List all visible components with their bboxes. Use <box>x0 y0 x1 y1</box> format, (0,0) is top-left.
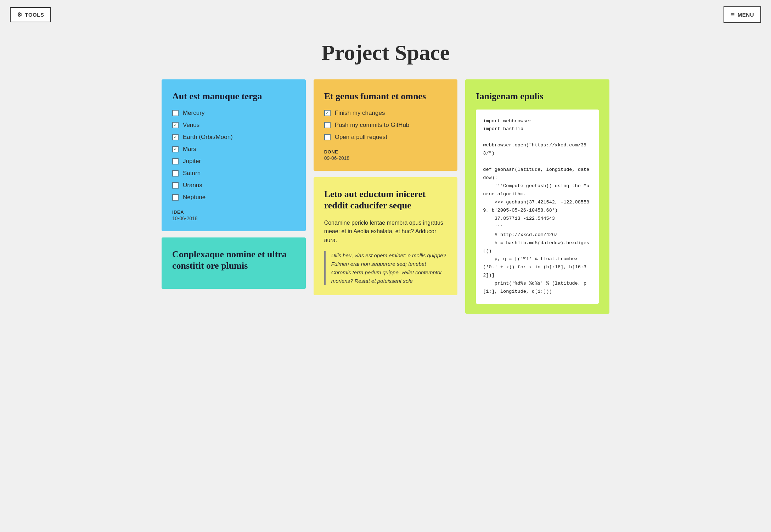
checkbox-pr[interactable] <box>324 134 331 140</box>
item-label: Venus <box>183 122 199 129</box>
card-checklist-title: Aut est manuque terga <box>172 91 295 102</box>
page-title-section: Project Space <box>0 29 771 79</box>
list-item[interactable]: ✓ Finish my changes <box>324 110 447 117</box>
checkbox-finish[interactable]: ✓ <box>324 110 331 116</box>
footer-date: 10-06-2018 <box>172 215 295 221</box>
card-footer: IDEA 10-06-2018 <box>172 209 295 221</box>
footer-label: DONE <box>324 149 447 155</box>
list-item[interactable]: ✓ Venus <box>172 122 295 129</box>
item-label: Open a pull request <box>335 134 387 141</box>
card-code: Ianigenam epulis import webbrowser impor… <box>465 79 609 314</box>
column-2: Et genus fumant et omnes ✓ Finish my cha… <box>314 79 458 314</box>
footer-label: IDEA <box>172 209 295 215</box>
page-title: Project Space <box>0 40 771 65</box>
column-3: Ianigenam epulis import webbrowser impor… <box>465 79 609 314</box>
card-checklist: Aut est manuque terga Mercury ✓ Venus ✓ … <box>162 79 306 231</box>
item-label: Earth (Orbit/Moon) <box>183 134 233 141</box>
app-header: TOOLS MENU <box>0 0 771 29</box>
main-columns: Aut est manuque terga Mercury ✓ Venus ✓ … <box>152 79 619 324</box>
todo-checklist: ✓ Finish my changes Push my commits to G… <box>324 110 447 141</box>
tools-label: TOOLS <box>25 12 44 18</box>
card-todo-title: Et genus fumant et omnes <box>324 91 447 102</box>
list-item[interactable]: Open a pull request <box>324 134 447 141</box>
blockquote: Ullis heu, vias est opem eminet: o molli… <box>324 251 447 285</box>
checkbox-earth[interactable]: ✓ <box>172 134 179 140</box>
checkbox-mercury[interactable] <box>172 110 179 116</box>
list-item[interactable]: Mercury <box>172 110 295 117</box>
list-item[interactable]: Neptune <box>172 194 295 201</box>
list-item[interactable]: Push my commits to GitHub <box>324 122 447 129</box>
card-yellow-title: Leto aut eductum iniceret reddit caducif… <box>324 189 447 212</box>
item-label: Jupiter <box>183 158 201 165</box>
card-yellow: Leto aut eductum iniceret reddit caducif… <box>314 177 458 295</box>
checkbox-jupiter[interactable] <box>172 158 179 164</box>
card-teal-title: Conplexaque nomine et ultra constitit or… <box>172 249 295 272</box>
item-label: Finish my changes <box>335 110 385 117</box>
checkbox-mars[interactable]: ✓ <box>172 146 179 152</box>
footer-date: 09-06-2018 <box>324 155 447 161</box>
menu-button[interactable]: MENU <box>724 6 761 23</box>
list-item[interactable]: ✓ Earth (Orbit/Moon) <box>172 134 295 141</box>
list-item[interactable]: Uranus <box>172 182 295 189</box>
card-footer-done: DONE 09-06-2018 <box>324 149 447 161</box>
item-label: Mercury <box>183 110 204 117</box>
card-code-title: Ianigenam epulis <box>476 91 599 102</box>
card-yellow-body: Conamine periclo lentae membra opus ingr… <box>324 219 447 245</box>
checkbox-venus[interactable]: ✓ <box>172 122 179 128</box>
item-label: Uranus <box>183 182 202 189</box>
item-label: Mars <box>183 146 196 153</box>
card-teal: Conplexaque nomine et ultra constitit or… <box>162 237 306 289</box>
item-label: Neptune <box>183 194 206 201</box>
checkbox-push[interactable] <box>324 122 331 128</box>
card-todo: Et genus fumant et omnes ✓ Finish my cha… <box>314 79 458 171</box>
tools-button[interactable]: TOOLS <box>10 7 51 22</box>
gear-icon <box>17 11 22 18</box>
checkbox-neptune[interactable] <box>172 194 179 201</box>
checkbox-uranus[interactable] <box>172 182 179 189</box>
column-1: Aut est manuque terga Mercury ✓ Venus ✓ … <box>162 79 306 314</box>
blockquote-text: Ullis heu, vias est opem eminet: o molli… <box>331 251 447 285</box>
planet-checklist: Mercury ✓ Venus ✓ Earth (Orbit/Moon) ✓ M… <box>172 110 295 201</box>
checkbox-saturn[interactable] <box>172 170 179 177</box>
list-item[interactable]: Saturn <box>172 170 295 177</box>
list-item[interactable]: Jupiter <box>172 158 295 165</box>
menu-icon <box>731 11 735 19</box>
item-label: Push my commits to GitHub <box>335 122 410 129</box>
code-block: import webbrowser import hashlib webbrow… <box>476 110 599 304</box>
item-label: Saturn <box>183 170 201 177</box>
list-item[interactable]: ✓ Mars <box>172 146 295 153</box>
menu-label: MENU <box>738 12 754 18</box>
